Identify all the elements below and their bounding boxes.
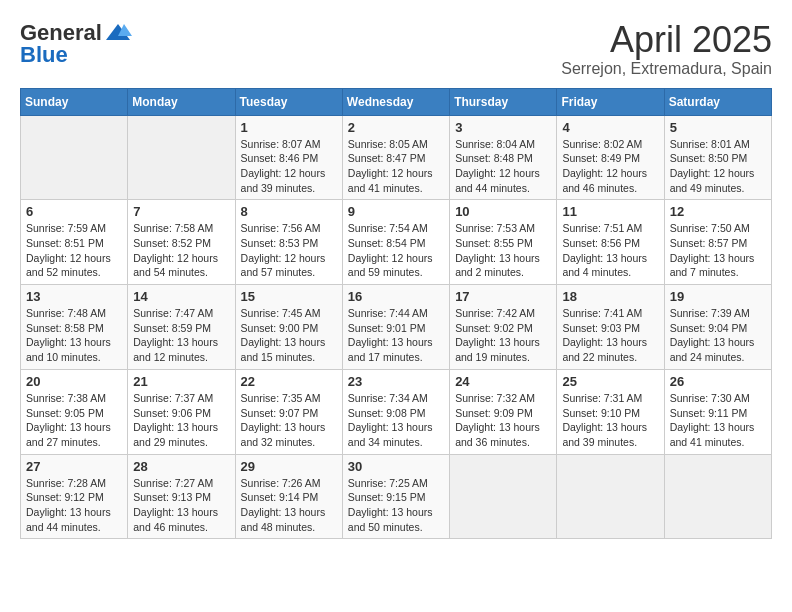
day-number: 3: [455, 120, 551, 135]
day-number: 26: [670, 374, 766, 389]
col-header-friday: Friday: [557, 88, 664, 115]
day-number: 4: [562, 120, 658, 135]
day-info: Sunrise: 7:56 AMSunset: 8:53 PMDaylight:…: [241, 221, 337, 280]
calendar-header-row: SundayMondayTuesdayWednesdayThursdayFrid…: [21, 88, 772, 115]
col-header-monday: Monday: [128, 88, 235, 115]
day-number: 16: [348, 289, 444, 304]
calendar-cell: 1Sunrise: 8:07 AMSunset: 8:46 PMDaylight…: [235, 115, 342, 200]
page-header: General Blue April 2025 Serrejon, Extrem…: [20, 20, 772, 78]
day-number: 29: [241, 459, 337, 474]
day-info: Sunrise: 7:47 AMSunset: 8:59 PMDaylight:…: [133, 306, 229, 365]
day-info: Sunrise: 7:54 AMSunset: 8:54 PMDaylight:…: [348, 221, 444, 280]
col-header-saturday: Saturday: [664, 88, 771, 115]
day-info: Sunrise: 7:32 AMSunset: 9:09 PMDaylight:…: [455, 391, 551, 450]
calendar-cell: [21, 115, 128, 200]
day-number: 25: [562, 374, 658, 389]
day-info: Sunrise: 7:45 AMSunset: 9:00 PMDaylight:…: [241, 306, 337, 365]
calendar-cell: 13Sunrise: 7:48 AMSunset: 8:58 PMDayligh…: [21, 285, 128, 370]
day-info: Sunrise: 7:44 AMSunset: 9:01 PMDaylight:…: [348, 306, 444, 365]
day-number: 30: [348, 459, 444, 474]
day-info: Sunrise: 7:39 AMSunset: 9:04 PMDaylight:…: [670, 306, 766, 365]
day-number: 17: [455, 289, 551, 304]
day-number: 18: [562, 289, 658, 304]
calendar-cell: [128, 115, 235, 200]
calendar-week-5: 27Sunrise: 7:28 AMSunset: 9:12 PMDayligh…: [21, 454, 772, 539]
day-info: Sunrise: 8:02 AMSunset: 8:49 PMDaylight:…: [562, 137, 658, 196]
calendar-cell: [557, 454, 664, 539]
day-info: Sunrise: 8:01 AMSunset: 8:50 PMDaylight:…: [670, 137, 766, 196]
calendar-cell: 20Sunrise: 7:38 AMSunset: 9:05 PMDayligh…: [21, 369, 128, 454]
day-number: 5: [670, 120, 766, 135]
logo-blue: Blue: [20, 42, 68, 68]
calendar-cell: 21Sunrise: 7:37 AMSunset: 9:06 PMDayligh…: [128, 369, 235, 454]
day-info: Sunrise: 7:38 AMSunset: 9:05 PMDaylight:…: [26, 391, 122, 450]
day-number: 11: [562, 204, 658, 219]
col-header-tuesday: Tuesday: [235, 88, 342, 115]
day-number: 6: [26, 204, 122, 219]
calendar-cell: 22Sunrise: 7:35 AMSunset: 9:07 PMDayligh…: [235, 369, 342, 454]
logo: General Blue: [20, 20, 134, 68]
day-info: Sunrise: 8:07 AMSunset: 8:46 PMDaylight:…: [241, 137, 337, 196]
calendar-week-1: 1Sunrise: 8:07 AMSunset: 8:46 PMDaylight…: [21, 115, 772, 200]
col-header-sunday: Sunday: [21, 88, 128, 115]
day-info: Sunrise: 7:50 AMSunset: 8:57 PMDaylight:…: [670, 221, 766, 280]
calendar-cell: 10Sunrise: 7:53 AMSunset: 8:55 PMDayligh…: [450, 200, 557, 285]
day-info: Sunrise: 7:25 AMSunset: 9:15 PMDaylight:…: [348, 476, 444, 535]
day-info: Sunrise: 7:35 AMSunset: 9:07 PMDaylight:…: [241, 391, 337, 450]
calendar-week-3: 13Sunrise: 7:48 AMSunset: 8:58 PMDayligh…: [21, 285, 772, 370]
calendar-cell: 7Sunrise: 7:58 AMSunset: 8:52 PMDaylight…: [128, 200, 235, 285]
day-number: 10: [455, 204, 551, 219]
day-info: Sunrise: 7:53 AMSunset: 8:55 PMDaylight:…: [455, 221, 551, 280]
day-number: 9: [348, 204, 444, 219]
title-block: April 2025 Serrejon, Extremadura, Spain: [561, 20, 772, 78]
day-info: Sunrise: 7:30 AMSunset: 9:11 PMDaylight:…: [670, 391, 766, 450]
day-number: 7: [133, 204, 229, 219]
day-info: Sunrise: 8:05 AMSunset: 8:47 PMDaylight:…: [348, 137, 444, 196]
calendar-cell: 16Sunrise: 7:44 AMSunset: 9:01 PMDayligh…: [342, 285, 449, 370]
calendar-table: SundayMondayTuesdayWednesdayThursdayFrid…: [20, 88, 772, 540]
day-info: Sunrise: 7:34 AMSunset: 9:08 PMDaylight:…: [348, 391, 444, 450]
calendar-cell: 8Sunrise: 7:56 AMSunset: 8:53 PMDaylight…: [235, 200, 342, 285]
calendar-cell: [450, 454, 557, 539]
day-info: Sunrise: 7:26 AMSunset: 9:14 PMDaylight:…: [241, 476, 337, 535]
calendar-cell: 19Sunrise: 7:39 AMSunset: 9:04 PMDayligh…: [664, 285, 771, 370]
day-info: Sunrise: 7:27 AMSunset: 9:13 PMDaylight:…: [133, 476, 229, 535]
day-number: 8: [241, 204, 337, 219]
day-number: 2: [348, 120, 444, 135]
calendar-cell: 23Sunrise: 7:34 AMSunset: 9:08 PMDayligh…: [342, 369, 449, 454]
calendar-week-4: 20Sunrise: 7:38 AMSunset: 9:05 PMDayligh…: [21, 369, 772, 454]
calendar-cell: 12Sunrise: 7:50 AMSunset: 8:57 PMDayligh…: [664, 200, 771, 285]
calendar-cell: 4Sunrise: 8:02 AMSunset: 8:49 PMDaylight…: [557, 115, 664, 200]
col-header-wednesday: Wednesday: [342, 88, 449, 115]
col-header-thursday: Thursday: [450, 88, 557, 115]
day-info: Sunrise: 7:37 AMSunset: 9:06 PMDaylight:…: [133, 391, 229, 450]
day-info: Sunrise: 7:59 AMSunset: 8:51 PMDaylight:…: [26, 221, 122, 280]
day-number: 14: [133, 289, 229, 304]
day-info: Sunrise: 7:41 AMSunset: 9:03 PMDaylight:…: [562, 306, 658, 365]
day-number: 15: [241, 289, 337, 304]
day-info: Sunrise: 7:31 AMSunset: 9:10 PMDaylight:…: [562, 391, 658, 450]
calendar-cell: 3Sunrise: 8:04 AMSunset: 8:48 PMDaylight…: [450, 115, 557, 200]
day-info: Sunrise: 8:04 AMSunset: 8:48 PMDaylight:…: [455, 137, 551, 196]
calendar-week-2: 6Sunrise: 7:59 AMSunset: 8:51 PMDaylight…: [21, 200, 772, 285]
day-number: 1: [241, 120, 337, 135]
day-info: Sunrise: 7:51 AMSunset: 8:56 PMDaylight:…: [562, 221, 658, 280]
day-number: 24: [455, 374, 551, 389]
calendar-cell: 5Sunrise: 8:01 AMSunset: 8:50 PMDaylight…: [664, 115, 771, 200]
calendar-cell: [664, 454, 771, 539]
day-number: 21: [133, 374, 229, 389]
day-info: Sunrise: 7:28 AMSunset: 9:12 PMDaylight:…: [26, 476, 122, 535]
day-number: 20: [26, 374, 122, 389]
calendar-cell: 18Sunrise: 7:41 AMSunset: 9:03 PMDayligh…: [557, 285, 664, 370]
page-subtitle: Serrejon, Extremadura, Spain: [561, 60, 772, 78]
calendar-cell: 24Sunrise: 7:32 AMSunset: 9:09 PMDayligh…: [450, 369, 557, 454]
day-info: Sunrise: 7:42 AMSunset: 9:02 PMDaylight:…: [455, 306, 551, 365]
calendar-cell: 9Sunrise: 7:54 AMSunset: 8:54 PMDaylight…: [342, 200, 449, 285]
day-info: Sunrise: 7:58 AMSunset: 8:52 PMDaylight:…: [133, 221, 229, 280]
day-info: Sunrise: 7:48 AMSunset: 8:58 PMDaylight:…: [26, 306, 122, 365]
calendar-cell: 2Sunrise: 8:05 AMSunset: 8:47 PMDaylight…: [342, 115, 449, 200]
calendar-cell: 14Sunrise: 7:47 AMSunset: 8:59 PMDayligh…: [128, 285, 235, 370]
day-number: 28: [133, 459, 229, 474]
day-number: 12: [670, 204, 766, 219]
calendar-cell: 17Sunrise: 7:42 AMSunset: 9:02 PMDayligh…: [450, 285, 557, 370]
